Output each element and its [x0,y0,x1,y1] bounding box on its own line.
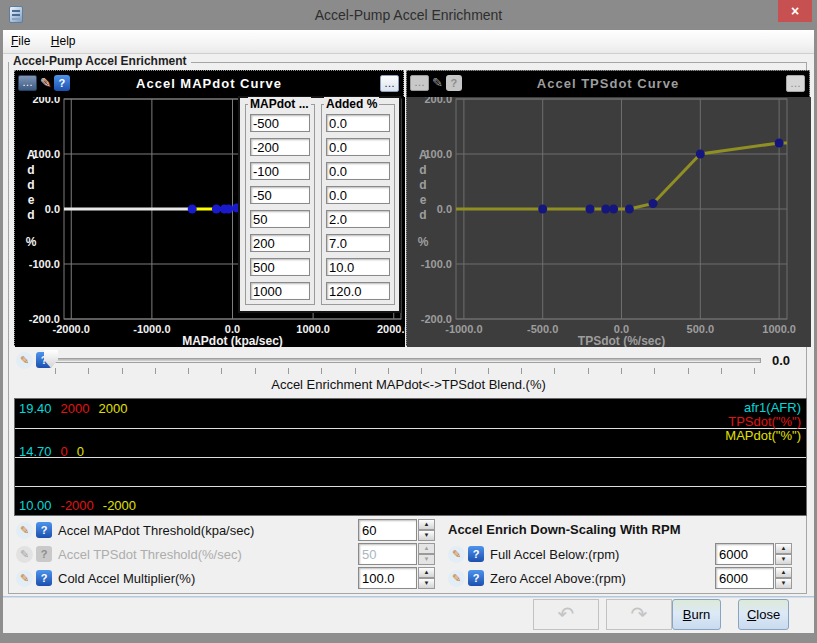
mapdot-cell[interactable] [250,282,310,300]
zero-accel-above-input[interactable] [715,567,774,589]
undo-button[interactable]: ↶ [533,599,599,630]
pencil-icon[interactable]: ✎ [448,570,465,587]
title-bar[interactable]: Accel-Pump Accel Enrichment × [0,0,817,30]
added-cell[interactable] [326,282,390,300]
tpsdot-threshold-label: Accel TPSdot Threshold(%/sec) [58,544,242,566]
svg-text:-1000.0: -1000.0 [133,323,170,335]
strip-axis-min: 10.00-2000-2000 [19,498,145,513]
mapdot-cell[interactable] [250,210,310,228]
help-icon[interactable]: ? [54,75,70,91]
svg-text:100.0: 100.0 [32,148,60,160]
client-area: File Help Accel-Pump Accel Enrichment … … [3,30,814,633]
added-cell[interactable] [326,186,390,204]
dialog-window: Accel-Pump Accel Enrichment × File Help … [0,0,817,643]
strip-legend: afr1(AFR) TPSdot("%") MAPdot("%") [725,401,801,443]
curve-table: MAPdot ... Added % [238,96,401,313]
added-cell[interactable] [326,138,390,156]
added-cell[interactable] [326,162,390,180]
pencil-icon[interactable]: ✎ [16,522,33,539]
strip-gridline [15,486,806,487]
svg-text:e: e [28,193,35,207]
spin-up-button[interactable] [775,543,792,554]
svg-text:MAPdot (kpa/sec): MAPdot (kpa/sec) [182,334,283,347]
svg-text:500.0: 500.0 [687,323,715,335]
added-column: Added % [321,104,395,305]
pencil-icon[interactable]: ✎ [448,546,465,563]
spin-down-button[interactable] [775,554,792,565]
menu-help[interactable]: Help [43,30,84,48]
mapdot-threshold-spinner [358,519,436,541]
blend-slider-label: Accel Enrichment MAPdot<->TPSdot Blend.(… [3,377,814,392]
spin-down-button[interactable] [775,578,792,589]
zero-accel-above-label: Zero Accel Above:(rpm) [490,568,626,590]
help-icon[interactable]: ? [468,546,484,562]
mapdot-cell[interactable] [250,258,310,276]
mapdot-cell[interactable] [250,138,310,156]
spin-down-button[interactable] [418,578,435,589]
svg-text:0.0: 0.0 [437,203,452,215]
svg-text:e: e [420,193,427,207]
svg-text:200.0: 200.0 [424,97,452,105]
footer-separator [3,596,814,598]
blend-slider-value: 0.0 [772,353,790,368]
mapdot-cell[interactable] [250,234,310,252]
spin-up-button[interactable] [418,519,435,530]
added-cell[interactable] [326,210,390,228]
realtime-strip-chart[interactable]: 19.4020002000 14.7000 10.00-2000-2000 af… [14,398,807,516]
cold-accel-multiplier-input[interactable] [358,567,417,589]
close-button[interactable]: Close [738,599,789,630]
added-cell[interactable] [326,114,390,132]
svg-text:-100.0: -100.0 [29,258,60,270]
help-icon[interactable]: ? [36,522,52,538]
svg-text:d: d [419,163,426,177]
legend-mapdot: MAPdot("%") [725,429,801,443]
help-icon[interactable]: ? [468,570,484,586]
svg-text:%: % [418,235,429,249]
svg-text:100.0: 100.0 [424,148,452,160]
pencil-icon[interactable]: ✎ [16,352,33,369]
svg-text:TPSdot (%/sec): TPSdot (%/sec) [578,334,665,347]
chart-menu-button[interactable]: … [380,75,399,92]
svg-text:%: % [26,235,37,249]
groupbox-title: Accel-Pump Accel Enrichment [9,54,191,68]
brush-icon[interactable]: ✎ [40,75,51,91]
blend-slider-ticks [55,368,755,374]
mapdot-cell[interactable] [250,162,310,180]
added-cell[interactable] [326,234,390,252]
svg-text:d: d [419,208,426,222]
menu-file[interactable]: File [3,30,38,48]
redo-button[interactable]: ↷ [606,599,672,630]
tpsdot-threshold-spinner [358,543,436,565]
legend-afr1: afr1(AFR) [725,401,801,415]
full-accel-below-input[interactable] [715,543,774,565]
tpsdot-threshold-input [358,543,417,565]
svg-text:d: d [27,163,34,177]
pencil-icon[interactable]: ✎ [16,570,33,587]
tpsdot-chart-title: Accel TPSdot Curve [407,71,809,97]
spin-down-button[interactable] [418,530,435,541]
svg-text:d: d [27,208,34,222]
svg-text:A: A [27,148,36,162]
mapdot-cell[interactable] [250,186,310,204]
svg-text:A: A [419,148,428,162]
mapdot-curve-panel: … ✎ ? Accel MAPdot Curve … -2000.0-1000.… [14,70,404,346]
chart-options-button[interactable]: … [18,75,37,91]
chart-options-button-disabled: … [410,75,429,91]
burn-button[interactable]: Burn [672,599,721,630]
svg-text:-200.0: -200.0 [29,313,60,325]
mapdot-cell[interactable] [250,114,310,132]
help-icon[interactable]: ? [36,570,52,586]
full-accel-below-spinner [715,543,793,565]
legend-tpsdot: TPSdot("%") [725,415,801,429]
svg-text:d: d [419,178,426,192]
added-cell[interactable] [326,258,390,276]
chart-menu-button-disabled: … [786,75,805,92]
svg-text:1000.0: 1000.0 [762,323,796,335]
close-icon[interactable]: × [778,0,812,22]
svg-text:d: d [27,178,34,192]
spin-up-button[interactable] [418,567,435,578]
mapdot-threshold-input[interactable] [358,519,417,541]
blend-slider-track[interactable] [49,358,761,363]
cold-accel-multiplier-spinner [358,567,436,589]
spin-up-button[interactable] [775,567,792,578]
